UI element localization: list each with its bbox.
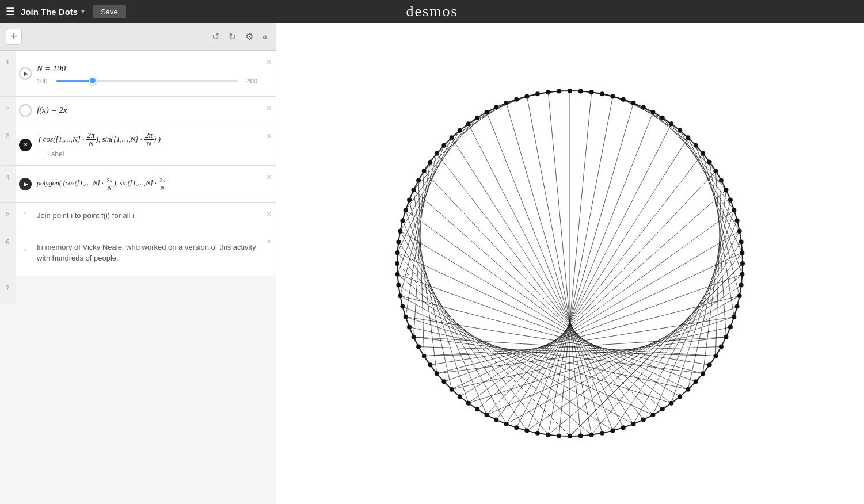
add-expression-button[interactable]: + [6,29,22,45]
redo-button[interactable]: ↻ [226,29,238,44]
play-icon-1[interactable] [19,67,32,80]
svg-point-163 [450,387,454,392]
expr-content-6: In memory of Vicky Neale, who worked on … [35,230,262,276]
svg-point-130 [735,304,740,309]
svg-point-186 [428,160,432,165]
svg-point-133 [724,335,728,339]
expr-content-7[interactable] [16,276,276,304]
svg-point-156 [514,425,519,430]
expr-icon-4[interactable] [16,166,35,202]
svg-point-121 [732,208,736,212]
svg-point-116 [707,160,712,165]
expr-icon-2[interactable] [16,97,35,124]
expr-text-5[interactable]: Join point i to point f(i) for all i [37,211,257,221]
svg-point-198 [535,91,540,96]
expr-text-6[interactable]: In memory of Vicky Neale, who worked on … [37,242,257,263]
svg-point-160 [475,407,479,411]
expr-close-2[interactable]: × [262,97,276,124]
svg-point-189 [450,135,454,140]
left-panel: + ↺ ↻ ⚙ « 1 N = 100 100 [0,23,276,504]
expr-close-1[interactable]: × [262,51,276,96]
expr-formula-2[interactable]: f(x) = 2x [37,104,257,117]
svg-point-124 [739,239,744,244]
svg-point-171 [404,315,408,319]
svg-point-136 [707,362,712,367]
svg-point-147 [611,429,615,433]
svg-point-155 [524,429,529,433]
label-checkbox-3[interactable] [37,151,44,158]
svg-point-151 [568,434,572,438]
expression-row-4: 4 polygon( (cos([1,…,N] · 2πN), sin([1,…… [0,166,276,203]
svg-point-196 [514,97,519,102]
svg-point-157 [504,422,509,426]
svg-point-176 [395,261,399,266]
svg-point-135 [713,354,718,358]
svg-point-185 [422,169,427,173]
svg-point-173 [398,293,402,298]
svg-point-150 [578,433,583,438]
svg-point-141 [669,401,673,406]
menu-icon[interactable]: ☰ [6,5,15,18]
chevron-down-icon: ▾ [81,7,85,16]
expression-row-1: 1 N = 100 100 400 [0,51,276,97]
svg-point-114 [694,143,698,148]
slider-thumb-1[interactable] [89,77,97,85]
svg-point-142 [660,407,665,411]
svg-point-177 [395,250,400,255]
svg-point-102 [578,89,583,94]
svg-point-152 [557,433,561,438]
expr-formula-1[interactable]: N = 100 [37,62,257,75]
expr-number-5: 5 [0,203,16,230]
expr-number-3: 3 [0,124,16,165]
undo-button[interactable]: ↺ [210,29,222,44]
expr-close-5[interactable]: × [262,203,276,230]
graph-area [276,23,864,504]
graph-canvas [276,23,864,504]
title-area[interactable]: Join The Dots ▾ [21,7,85,17]
expr-close-3[interactable]: × [262,124,276,165]
expr-content-2: f(x) = 2x [35,97,262,124]
expression-row-5: 5 " Join point i to point f(i) for all i… [0,203,276,230]
expr-formula-3[interactable]: ( cos([1,…,N] · 2πN), sin([1,…,N] · 2πN)… [37,131,257,148]
svg-point-120 [728,198,733,203]
svg-point-192 [475,116,479,120]
svg-point-115 [701,151,705,156]
expr-icon-3[interactable] [16,124,35,165]
svg-point-166 [428,362,432,367]
svg-point-111 [669,121,673,126]
play-filled-icon-4[interactable] [19,178,32,190]
svg-point-146 [621,425,626,430]
svg-point-197 [524,94,529,98]
settings-button[interactable]: ⚙ [243,29,256,44]
svg-point-149 [589,433,594,437]
svg-point-105 [611,94,615,98]
expr-content-3: ( cos([1,…,N] · 2πN), sin([1,…,N] · 2πN)… [35,124,262,165]
svg-point-191 [466,121,471,126]
expr-formula-4[interactable]: polygon( (cos([1,…,N] · 2πN), sin([1,…,N… [37,177,257,191]
collapse-panel-button[interactable]: « [260,29,270,44]
slider-track-1[interactable] [56,80,238,82]
expr-number-6: 6 [0,230,16,276]
label-row-3: Label [37,150,257,158]
svg-point-113 [686,135,690,140]
svg-point-106 [621,97,626,102]
title-text: Join The Dots [21,7,78,17]
save-button[interactable]: Save [93,5,126,18]
svg-point-180 [400,218,405,223]
circle-icon-2[interactable] [19,104,32,117]
svg-point-131 [732,315,736,319]
black-circle-icon-3[interactable] [19,139,32,151]
expr-icon-1[interactable] [16,51,35,96]
svg-point-104 [600,91,604,96]
expr-content-4: polygon( (cos([1,…,N] · 2πN), sin([1,…,N… [35,166,262,202]
expr-icon-6: " [16,230,35,276]
svg-point-128 [739,283,744,288]
svg-point-143 [651,413,656,417]
expr-content-5: Join point i to point f(i) for all i [35,203,262,230]
expr-close-4[interactable]: × [262,166,276,202]
svg-point-201 [568,89,572,93]
slider-min-1: 100 [37,78,53,85]
svg-point-145 [631,422,635,426]
expr-close-6[interactable]: × [262,230,276,276]
svg-point-179 [398,229,402,234]
